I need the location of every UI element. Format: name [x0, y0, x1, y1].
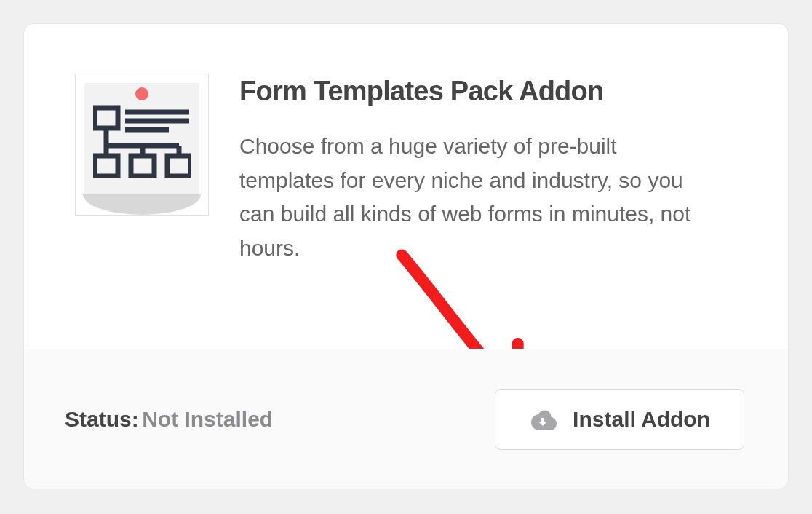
status-label: Status: [65, 407, 139, 431]
svg-rect-9 [95, 156, 118, 176]
svg-rect-0 [95, 108, 118, 128]
addon-footer: Status: Not Installed Install Addon [24, 349, 788, 489]
cloud-download-icon [529, 408, 557, 430]
addon-text: Form Templates Pack Addon Choose from a … [239, 74, 737, 265]
wireframe-icon [93, 105, 191, 193]
status-line: Status: Not Installed [65, 407, 273, 432]
addon-card: Form Templates Pack Addon Choose from a … [23, 23, 789, 489]
svg-rect-10 [131, 156, 154, 176]
pin-icon [135, 87, 148, 100]
install-button-label: Install Addon [573, 407, 710, 432]
status-value: Not Installed [142, 407, 273, 431]
addon-body: Form Templates Pack Addon Choose from a … [24, 24, 788, 333]
svg-rect-11 [167, 156, 191, 176]
addon-description: Choose from a huge variety of pre-built … [239, 130, 705, 265]
install-addon-button[interactable]: Install Addon [495, 389, 744, 450]
addon-title: Form Templates Pack Addon [239, 74, 737, 109]
addon-icon [75, 74, 209, 216]
